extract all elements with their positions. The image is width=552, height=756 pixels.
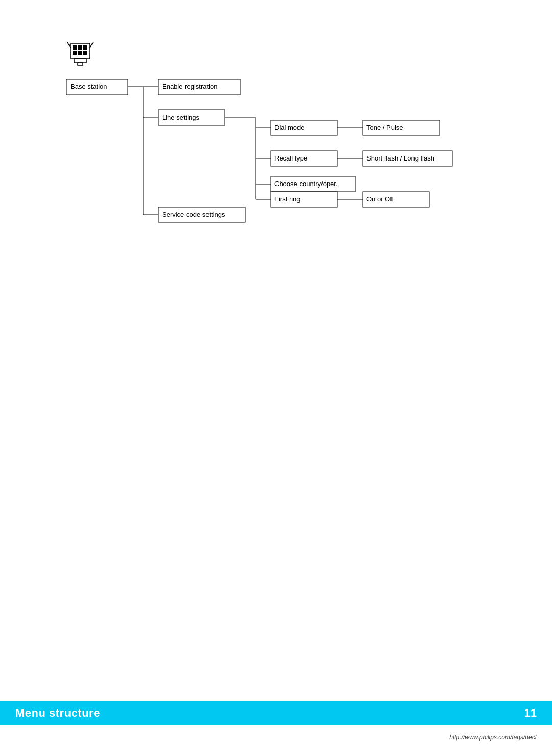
footer-page-number: 11 bbox=[524, 706, 537, 720]
first-ring-label: First ring bbox=[274, 195, 301, 203]
svg-rect-2 bbox=[78, 45, 82, 50]
menu-tree-diagram: Base station Enable registration Line se… bbox=[41, 51, 501, 235]
svg-rect-3 bbox=[83, 45, 87, 50]
base-station-label: Base station bbox=[71, 83, 107, 90]
footer-url: http://www.philips.com/faqs/dect bbox=[449, 734, 537, 741]
svg-line-9 bbox=[67, 42, 71, 48]
svg-line-10 bbox=[90, 42, 93, 48]
page: Base station Enable registration Line se… bbox=[0, 0, 552, 756]
dial-mode-label: Dial mode bbox=[274, 124, 305, 131]
service-code-label: Service code settings bbox=[162, 211, 225, 218]
on-off-label: On or Off bbox=[366, 195, 394, 203]
tone-pulse-label: Tone / Pulse bbox=[366, 124, 403, 131]
choose-country-label: Choose country/oper. bbox=[274, 180, 338, 188]
svg-rect-1 bbox=[73, 45, 77, 50]
line-settings-label: Line settings bbox=[162, 113, 199, 121]
enable-registration-label: Enable registration bbox=[162, 83, 217, 90]
recall-type-label: Recall type bbox=[274, 154, 307, 162]
footer-bar: Menu structure 11 bbox=[0, 701, 552, 725]
flash-type-label: Short flash / Long flash bbox=[366, 154, 434, 162]
footer-title: Menu structure bbox=[15, 706, 100, 720]
